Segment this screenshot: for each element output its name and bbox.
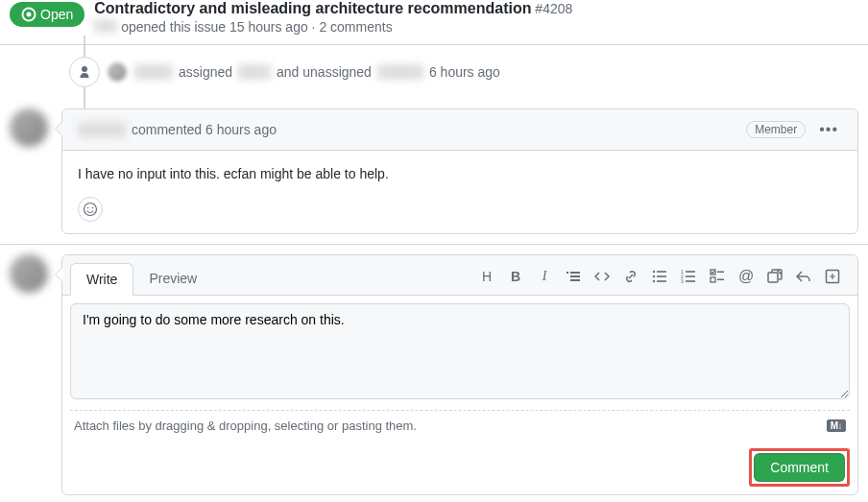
- svg-rect-16: [686, 280, 695, 282]
- smiley-icon: [83, 202, 98, 217]
- svg-rect-21: [768, 273, 778, 282]
- suggestion-icon[interactable]: [825, 269, 840, 284]
- code-icon[interactable]: [594, 269, 610, 284]
- issue-number: #4208: [535, 1, 572, 16]
- svg-point-4: [92, 207, 94, 209]
- italic-icon[interactable]: I: [537, 269, 552, 284]
- svg-rect-12: [686, 271, 695, 273]
- svg-point-1: [27, 12, 32, 17]
- formatting-toolbar: H B I 123 @: [479, 269, 850, 290]
- kebab-menu-icon[interactable]: •••: [815, 117, 842, 142]
- bold-icon[interactable]: B: [508, 269, 523, 284]
- markdown-icon[interactable]: M↓: [827, 419, 846, 432]
- svg-rect-18: [717, 271, 724, 273]
- tab-write[interactable]: Write: [70, 263, 133, 296]
- status-label: Open: [40, 7, 73, 22]
- comment-box: commented 6 hours ago Member ••• I have …: [61, 108, 858, 234]
- author-avatar-blur: [94, 19, 117, 33]
- link-icon[interactable]: [623, 269, 639, 284]
- avatar: [10, 108, 48, 147]
- svg-point-2: [84, 203, 97, 216]
- timeline-assign-event: assigned and unassigned 6 hours ago: [58, 45, 858, 99]
- mention-icon[interactable]: @: [738, 269, 754, 284]
- svg-point-5: [653, 270, 655, 272]
- attach-hint[interactable]: Attach files by dragging & dropping, sel…: [74, 418, 417, 433]
- svg-rect-14: [686, 275, 695, 277]
- comment-action: commented 6 hours ago: [132, 122, 277, 137]
- svg-text:3: 3: [681, 278, 684, 284]
- avatar: [10, 254, 48, 293]
- svg-rect-19: [711, 277, 715, 282]
- reply-icon[interactable]: [796, 269, 811, 284]
- bullet-list-icon[interactable]: [652, 269, 667, 284]
- heading-icon[interactable]: H: [479, 269, 494, 284]
- svg-rect-8: [657, 275, 666, 277]
- comment-button[interactable]: Comment: [754, 453, 845, 482]
- tab-preview[interactable]: Preview: [133, 263, 212, 295]
- task-list-icon[interactable]: [710, 269, 725, 284]
- svg-rect-6: [657, 271, 666, 273]
- svg-rect-10: [657, 280, 666, 282]
- new-comment-box: Write Preview H B I 123 @: [61, 254, 858, 495]
- numbered-list-icon[interactable]: 123: [681, 269, 696, 284]
- status-badge: Open: [10, 2, 84, 27]
- quote-icon[interactable]: [566, 269, 581, 284]
- svg-rect-20: [717, 278, 724, 280]
- comment-textarea[interactable]: [70, 303, 850, 399]
- cross-reference-icon[interactable]: [767, 269, 783, 284]
- svg-point-7: [653, 275, 655, 276]
- person-icon: [69, 57, 100, 87]
- issue-open-icon: [21, 7, 36, 22]
- issue-header: Open Contradictory and misleading archit…: [0, 0, 868, 45]
- svg-point-3: [87, 207, 89, 209]
- avatar: [108, 62, 127, 82]
- member-badge: Member: [746, 121, 806, 138]
- svg-point-9: [653, 279, 655, 281]
- comment-body: I have no input into this. ecfan might b…: [62, 151, 857, 197]
- issue-subline: opened this issue 15 hours ago · 2 comme…: [121, 19, 393, 35]
- add-reaction-button[interactable]: [78, 197, 103, 222]
- comment-button-highlight: Comment: [749, 448, 850, 487]
- issue-title: Contradictory and misleading architectur…: [94, 0, 531, 16]
